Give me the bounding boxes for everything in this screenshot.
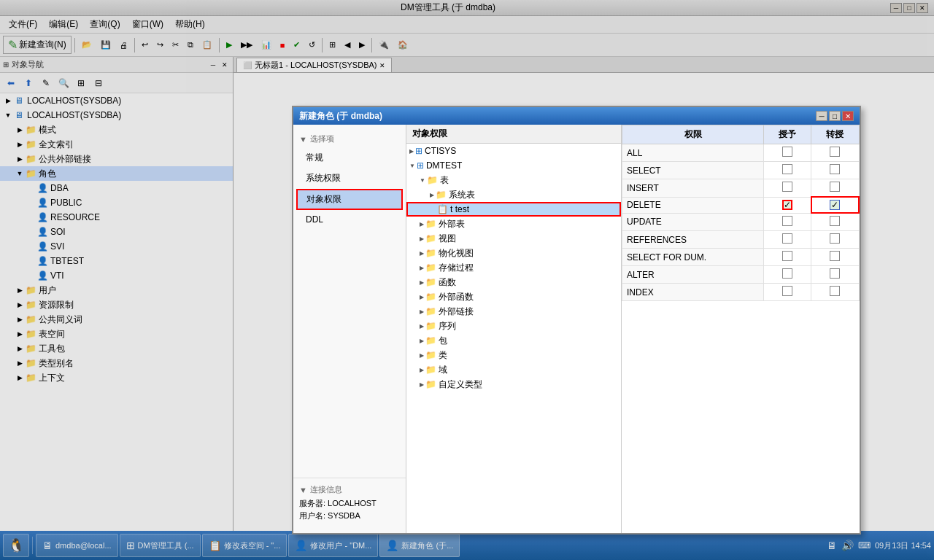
grant-alter[interactable]	[764, 266, 811, 284]
tree-label-seq: 序列	[439, 320, 456, 332]
transfer-all[interactable]	[811, 144, 859, 162]
grant-all[interactable]	[764, 144, 811, 162]
modal-nav-sysperm[interactable]: 系统权限	[296, 168, 403, 188]
tree-systable[interactable]: ▶ 📁 系统表	[406, 187, 621, 202]
conn-section-text: 连接信息	[310, 484, 342, 495]
modal-section-title: ▼ 选择项	[293, 131, 406, 147]
folder-icon-table: 📁	[427, 175, 438, 185]
tree-dmtest[interactable]: ▼ ⊞ DMTEST	[406, 158, 621, 173]
tree-proc[interactable]: ▶ 📁 存储过程	[406, 260, 621, 275]
tree-label-view: 视图	[439, 233, 456, 245]
expand-mat-view[interactable]: ▶	[420, 250, 424, 257]
modal-nav-ddl[interactable]: DDL	[296, 211, 403, 228]
checkbox-transfer-insert[interactable]	[830, 182, 840, 192]
checkbox-grant-selectfordump[interactable]	[782, 251, 792, 261]
transfer-selectfordump[interactable]	[811, 249, 859, 266]
checkbox-transfer-selectfordump[interactable]	[830, 251, 840, 261]
modal-minimize-btn[interactable]: ─	[816, 111, 827, 121]
tree-mat-view[interactable]: ▶ 📁 物化视图	[406, 246, 621, 260]
expand-pkg[interactable]: ▶	[420, 338, 424, 344]
checkbox-transfer-select[interactable]	[830, 164, 840, 174]
folder-icon-custom-type: 📁	[425, 379, 436, 389]
grant-index[interactable]	[764, 284, 811, 301]
grant-references[interactable]	[764, 231, 811, 249]
tree-table-folder[interactable]: ▼ 📁 表	[406, 173, 621, 187]
transfer-alter[interactable]	[811, 266, 859, 284]
tree-custom-type[interactable]: ▶ 📁 自定义类型	[406, 377, 621, 392]
expand-ext-link[interactable]: ▶	[420, 308, 424, 315]
checkbox-transfer-update[interactable]	[830, 216, 840, 226]
modal-maximize-btn[interactable]: □	[829, 111, 841, 121]
tree-ext-link[interactable]: ▶ 📁 外部链接	[406, 304, 621, 319]
tree-ctisys[interactable]: ▶ ⊞ CTISYS	[406, 144, 621, 158]
checkbox-grant-all[interactable]	[782, 147, 792, 157]
modal-nav-general[interactable]: 常规	[296, 148, 403, 168]
rights-row-delete: DELETE ✓ ✓	[622, 197, 860, 213]
server-info: 服务器: LOCALHOST	[299, 498, 400, 509]
modal-title-text: 新建角色 (于 dmdba)	[299, 110, 382, 122]
transfer-references[interactable]	[811, 231, 859, 249]
rights-row-selectfordump: SELECT FOR DUM.	[622, 249, 860, 266]
checkbox-grant-alter[interactable]	[782, 268, 792, 279]
modal-sidebar-top: ▼ 选择项 常规 系统权限 对象权限 DDL	[293, 131, 406, 478]
expand-seq[interactable]: ▶	[420, 323, 424, 330]
folder-icon-systable: 📁	[436, 190, 447, 200]
tree-view[interactable]: ▶ 📁 视图	[406, 231, 621, 246]
checkbox-transfer-alter[interactable]	[830, 268, 840, 279]
folder-icon-mat-view: 📁	[425, 248, 436, 258]
expand-external-table[interactable]: ▶	[420, 221, 424, 228]
col-transfer: 转授	[811, 125, 859, 144]
perm-update: UPDATE	[622, 213, 764, 231]
modal-nav-objperm[interactable]: 对象权限	[296, 189, 403, 210]
checkbox-transfer-index[interactable]	[830, 286, 840, 296]
expand-proc[interactable]: ▶	[420, 265, 424, 271]
tree-class[interactable]: ▶ 📁 类	[406, 348, 621, 362]
expand-view[interactable]: ▶	[420, 236, 424, 242]
modal-rights-area: 权限 授予 转授 ALL S	[622, 125, 860, 533]
grant-selectfordump[interactable]	[764, 249, 811, 266]
expand-ctisys[interactable]: ▶	[409, 148, 414, 155]
transfer-index[interactable]	[811, 284, 859, 301]
modal-tree-area: 对象权限 ▶ ⊞ CTISYS ▼ ⊞ DMTEST ▼	[406, 125, 622, 533]
expand-domain[interactable]: ▶	[420, 367, 424, 373]
tree-seq[interactable]: ▶ 📁 序列	[406, 319, 621, 333]
tree-external-table[interactable]: ▶ 📁 外部表	[406, 217, 621, 231]
col-perm: 权限	[622, 125, 764, 144]
modal-content: 对象权限 ▶ ⊞ CTISYS ▼ ⊞ DMTEST ▼	[406, 125, 860, 533]
checkbox-grant-delete[interactable]: ✓	[782, 200, 792, 210]
modal-controls: ─ □ ✕	[816, 111, 854, 121]
tree-func[interactable]: ▶ 📁 函数	[406, 275, 621, 289]
expand-ext-func[interactable]: ▶	[420, 294, 424, 300]
grant-select[interactable]	[764, 162, 811, 179]
tree-label-dmtest: DMTEST	[426, 160, 462, 171]
checkbox-transfer-delete[interactable]: ✓	[830, 200, 840, 210]
checkbox-grant-update[interactable]	[782, 216, 792, 226]
transfer-update[interactable]	[811, 213, 859, 231]
tree-ttest[interactable]: ▶ 📋 t test	[406, 202, 621, 217]
checkbox-transfer-references[interactable]	[830, 233, 840, 244]
expand-systable[interactable]: ▶	[430, 192, 434, 198]
expand-class[interactable]: ▶	[420, 352, 424, 359]
checkbox-transfer-all[interactable]	[830, 147, 840, 157]
tree-domain[interactable]: ▶ 📁 域	[406, 362, 621, 377]
transfer-select[interactable]	[811, 162, 859, 179]
checkbox-grant-select[interactable]	[782, 164, 792, 174]
modal-close-btn[interactable]: ✕	[842, 111, 854, 121]
transfer-delete[interactable]: ✓	[811, 197, 859, 213]
tree-pkg[interactable]: ▶ 📁 包	[406, 333, 621, 348]
expand-table-folder[interactable]: ▼	[420, 177, 425, 184]
expand-dmtest[interactable]: ▼	[409, 163, 415, 169]
modal-sidebar-bottom: ▼ 连接信息 服务器: LOCALHOST 用户名: SYSDBA	[293, 478, 406, 527]
grant-insert[interactable]	[764, 179, 811, 198]
checkbox-grant-references[interactable]	[782, 233, 792, 244]
expand-func[interactable]: ▶	[420, 279, 424, 286]
grant-delete[interactable]: ✓	[764, 197, 811, 213]
perm-alter: ALTER	[622, 266, 764, 284]
checkbox-grant-index[interactable]	[782, 286, 792, 296]
tree-label-domain: 域	[439, 364, 447, 376]
tree-ext-func[interactable]: ▶ 📁 外部函数	[406, 289, 621, 304]
transfer-insert[interactable]	[811, 179, 859, 198]
expand-custom-type[interactable]: ▶	[420, 381, 424, 388]
grant-update[interactable]	[764, 213, 811, 231]
checkbox-grant-insert[interactable]	[782, 182, 792, 192]
